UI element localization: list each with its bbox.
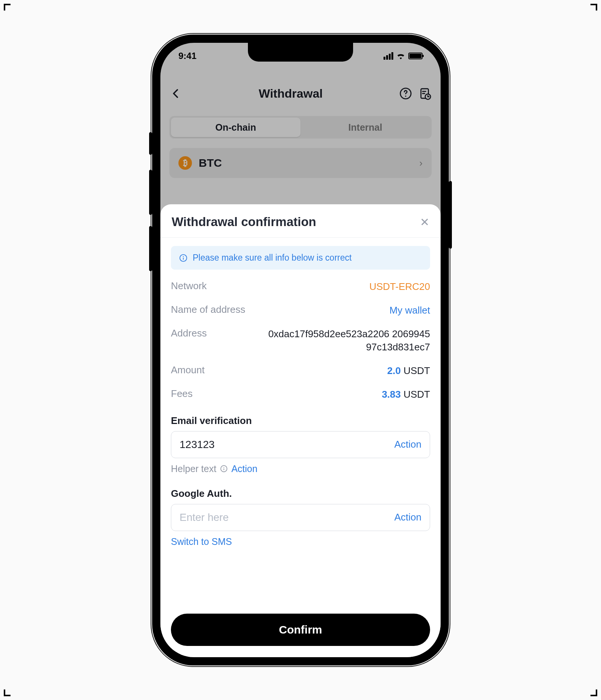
svg-point-5 — [183, 256, 184, 257]
close-icon[interactable]: ✕ — [420, 216, 429, 229]
email-action-link[interactable]: Action — [394, 439, 421, 450]
address-name-value: My wallet — [390, 304, 430, 317]
svg-rect-9 — [223, 468, 224, 470]
helper-text: Helper text — [171, 463, 216, 474]
svg-rect-6 — [183, 258, 184, 260]
email-code-input[interactable] — [180, 439, 394, 451]
fees-label: Fees — [171, 388, 193, 400]
address-label: Address — [171, 327, 207, 339]
network-label: Network — [171, 280, 207, 292]
amount-value: 2.0 USDT — [387, 364, 430, 377]
fees-value: 3.83 USDT — [382, 388, 430, 401]
amount-label: Amount — [171, 364, 205, 376]
confirm-button[interactable]: Confirm — [171, 614, 430, 646]
svg-point-8 — [223, 467, 224, 468]
helper-action-link[interactable]: Action — [231, 463, 257, 474]
info-banner: Please make sure all info below is corre… — [171, 246, 430, 270]
address-value: 0xdac17f958d2ee523a2206 206994597c13d831… — [264, 327, 430, 354]
screen: 9:41 Withdrawal On-chain Internal ₿ BTC … — [160, 43, 441, 657]
email-code-field: Action — [171, 431, 430, 458]
google-action-link[interactable]: Action — [394, 511, 421, 523]
phone-frame: 9:41 Withdrawal On-chain Internal ₿ BTC … — [152, 35, 449, 665]
google-auth-label: Google Auth. — [171, 488, 430, 499]
address-name-label: Name of address — [171, 304, 245, 315]
switch-to-sms-link[interactable]: Switch to SMS — [171, 536, 232, 547]
info-icon[interactable] — [220, 465, 228, 472]
banner-text: Please make sure all info below is corre… — [193, 253, 352, 263]
sheet-title: Withdrawal confirmation — [172, 215, 316, 229]
google-auth-input[interactable] — [180, 511, 394, 523]
email-verification-label: Email verification — [171, 415, 430, 427]
info-icon — [179, 254, 187, 262]
notch — [248, 43, 353, 62]
network-value: USDT-ERC20 — [369, 280, 430, 293]
google-auth-field: Action — [171, 504, 430, 531]
confirmation-sheet: Withdrawal confirmation ✕ Please make su… — [160, 204, 441, 657]
